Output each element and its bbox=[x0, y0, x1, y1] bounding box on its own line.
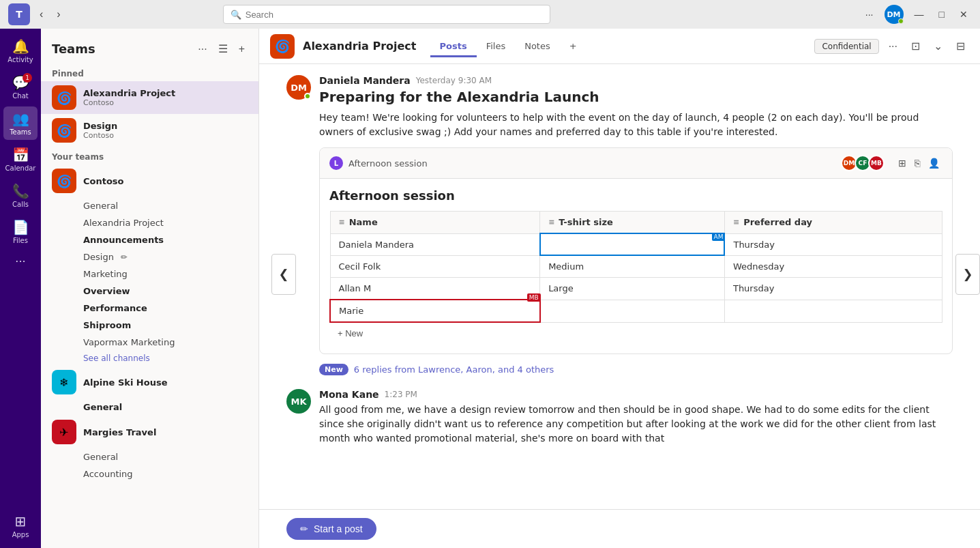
teams-panel-header: Teams ··· ☰ + bbox=[41, 29, 258, 63]
more-options-button[interactable]: ··· bbox=[861, 8, 878, 21]
sidebar-item-calendar[interactable]: 📅 Calendar bbox=[3, 143, 38, 176]
message-block-1: DM Daniela Mandera Yesterday 9:30 AM Pre… bbox=[286, 75, 953, 378]
team-icon-alexandria: 🌀 bbox=[52, 85, 76, 110]
loop-title-small: Afternoon session bbox=[348, 158, 428, 169]
table-row: Daniela Mandera AM Thursday bbox=[330, 233, 942, 255]
search-bar[interactable]: 🔍 bbox=[223, 5, 550, 24]
message-time-2: 1:23 PM bbox=[385, 390, 417, 399]
channel-label: Vapormax Marketing bbox=[83, 337, 175, 347]
channel-overview[interactable]: Overview bbox=[41, 283, 258, 300]
forward-button[interactable]: › bbox=[53, 5, 64, 23]
files-icon: 📄 bbox=[12, 219, 29, 235]
teams-add-button[interactable]: + bbox=[236, 40, 248, 58]
team-info-alexandria: Alexandria Project Contoso bbox=[83, 88, 227, 107]
cell-name-1[interactable]: Daniela Mandera bbox=[330, 233, 540, 255]
channel-design[interactable]: Design✏ bbox=[41, 248, 258, 265]
channel-announcements[interactable]: Announcements bbox=[41, 231, 258, 248]
tab-add[interactable]: + bbox=[560, 37, 586, 57]
cell-tshirt-4[interactable] bbox=[540, 300, 725, 322]
cell-tshirt-2[interactable]: Medium bbox=[540, 255, 725, 278]
see-all-channels[interactable]: See all channels bbox=[41, 351, 258, 366]
sidebar-item-calls[interactable]: 📞 Calls bbox=[3, 179, 38, 212]
sidebar-item-files[interactable]: 📄 Files bbox=[3, 215, 38, 248]
team-item-alexandria-pinned[interactable]: 🌀 Alexandria Project Contoso ··· bbox=[41, 81, 258, 114]
loop-share-button[interactable]: 👤 bbox=[925, 156, 942, 170]
sidebar-toggle-button[interactable]: ⊟ bbox=[952, 37, 969, 55]
sidebar-item-label: Calls bbox=[12, 201, 29, 208]
teams-title: Teams bbox=[52, 42, 190, 56]
data-table: ≡Name ≡T-shirt size ≡Preferred day bbox=[329, 211, 942, 323]
post-icon: ✏ bbox=[300, 523, 308, 534]
loop-header: L Afternoon session DM CF MB ⊞ ⎘ 👤 bbox=[320, 148, 952, 179]
expand-button[interactable]: ⌄ bbox=[930, 37, 947, 55]
grip-icon-day: ≡ bbox=[733, 218, 739, 227]
cell-tshirt-3[interactable]: Large bbox=[540, 278, 725, 300]
channel-alexandria[interactable]: Alexandria Project bbox=[41, 214, 258, 231]
header-more-button[interactable]: ··· bbox=[885, 38, 902, 55]
team-icon-margies: ✈ bbox=[52, 420, 76, 444]
search-input[interactable] bbox=[246, 10, 543, 20]
channel-marketing[interactable]: Marketing bbox=[41, 265, 258, 283]
confidential-badge[interactable]: Confidential bbox=[814, 39, 878, 54]
channel-general-alpine[interactable]: General bbox=[41, 399, 258, 416]
meet-now-button[interactable]: ⊡ bbox=[907, 37, 924, 55]
sidebar-item-more[interactable]: ··· bbox=[3, 251, 38, 272]
channel-accounting[interactable]: Accounting bbox=[41, 465, 258, 482]
cell-tshirt-1[interactable]: AM bbox=[540, 233, 725, 255]
nav-arrow-left[interactable]: ❮ bbox=[271, 254, 296, 295]
cell-name-3[interactable]: Allan M bbox=[330, 278, 540, 300]
new-row-button[interactable]: + New bbox=[329, 323, 371, 344]
team-item-alpine[interactable]: ❄ Alpine Ski House ··· bbox=[41, 366, 258, 399]
nav-arrow-right[interactable]: ❯ bbox=[955, 254, 980, 295]
reply-badge: New 6 replies from Lawrence, Aaron, and … bbox=[319, 361, 953, 378]
cell-day-1[interactable]: Thursday bbox=[724, 233, 942, 255]
sidebar-item-chat[interactable]: 1 💬 Chat bbox=[3, 70, 38, 104]
cell-day-3[interactable]: Thursday bbox=[724, 278, 942, 300]
tab-files[interactable]: Files bbox=[477, 37, 516, 57]
team-item-margies[interactable]: ✈ Margies Travel ··· bbox=[41, 416, 258, 448]
team-item-contoso[interactable]: 🌀 Contoso ··· bbox=[41, 164, 258, 197]
teams-filter-button[interactable]: ☰ bbox=[216, 40, 231, 58]
cell-name-4[interactable]: Marie MB bbox=[330, 300, 540, 322]
minimize-button[interactable]: — bbox=[910, 8, 928, 21]
cell-name-2[interactable]: Cecil Folk bbox=[330, 255, 540, 278]
sidebar-item-activity[interactable]: 🔔 Activity bbox=[3, 34, 38, 68]
cell-day-2[interactable]: Wednesday bbox=[724, 255, 942, 278]
channel-general-contoso[interactable]: General bbox=[41, 197, 258, 214]
reply-text[interactable]: 6 replies from Lawrence, Aaron, and 4 ot… bbox=[354, 364, 554, 375]
sidebar-item-apps[interactable]: ⊞ Apps bbox=[3, 509, 38, 543]
channel-label: Announcements bbox=[83, 235, 164, 245]
tab-notes[interactable]: Notes bbox=[515, 37, 560, 57]
back-button[interactable]: ‹ bbox=[35, 5, 47, 23]
channel-shiproom[interactable]: Shiproom bbox=[41, 317, 258, 334]
team-item-design-pinned[interactable]: 🌀 Design Contoso ··· bbox=[41, 114, 258, 147]
post-bar: ✏ Start a post bbox=[259, 509, 980, 548]
table-header-row: ≡Name ≡T-shirt size ≡Preferred day bbox=[330, 212, 942, 234]
channel-header-right: Confidential ··· ⊡ ⌄ ⊟ bbox=[814, 37, 969, 55]
message-block-2: MK Mona Kane 1:23 PM All good from me, w… bbox=[286, 389, 953, 446]
loop-grid-button[interactable]: ⊞ bbox=[895, 156, 909, 170]
cell-day-4[interactable] bbox=[724, 300, 942, 322]
edit-icon: ✏ bbox=[121, 253, 128, 262]
loop-copy-button[interactable]: ⎘ bbox=[912, 156, 923, 170]
channel-performance[interactable]: Performance bbox=[41, 300, 258, 317]
message-author-2: Mona Kane bbox=[319, 389, 379, 400]
channel-label: Alexandria Project bbox=[83, 218, 164, 228]
channel-label: General bbox=[83, 201, 118, 211]
close-button[interactable]: ✕ bbox=[955, 8, 972, 21]
user-avatar[interactable]: DM bbox=[885, 5, 904, 24]
team-sub-alexandria: Contoso bbox=[83, 98, 227, 107]
loop-body: Afternoon session ≡Name ≡T-shirt size bbox=[320, 179, 952, 354]
channel-vapormax[interactable]: Vapormax Marketing bbox=[41, 334, 258, 351]
start-post-button[interactable]: ✏ Start a post bbox=[286, 518, 376, 540]
title-bar-right: ··· DM — □ ✕ bbox=[861, 5, 972, 24]
sidebar-item-teams[interactable]: 👥 Teams bbox=[3, 106, 38, 140]
tab-posts[interactable]: Posts bbox=[430, 37, 477, 57]
teams-more-button[interactable]: ··· bbox=[195, 40, 209, 58]
table-row: Allan M Large Thursday bbox=[330, 278, 942, 300]
team-info-contoso: Contoso bbox=[83, 176, 227, 186]
maximize-button[interactable]: □ bbox=[935, 8, 949, 21]
your-teams-label: Your teams bbox=[41, 147, 258, 164]
loop-card: L Afternoon session DM CF MB ⊞ ⎘ 👤 bbox=[319, 147, 953, 354]
channel-general-margies[interactable]: General bbox=[41, 448, 258, 465]
